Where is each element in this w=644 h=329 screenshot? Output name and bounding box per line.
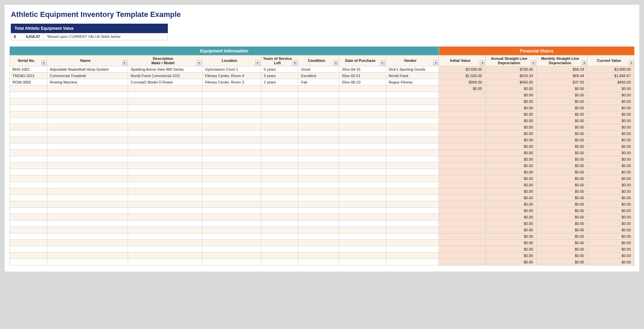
cell-desc[interactable] — [128, 86, 202, 92]
cell-cur[interactable]: $0.00 — [588, 124, 635, 131]
cell-init[interactable] — [439, 156, 486, 163]
column-header-date[interactable]: Date of Purchase — [339, 55, 386, 66]
cell-cond[interactable]: Good — [298, 66, 339, 73]
cell-mon[interactable]: $0.00 — [537, 131, 588, 137]
cell-date[interactable] — [339, 124, 386, 131]
cell-vendor[interactable] — [386, 246, 439, 253]
filter-dropdown-icon[interactable] — [480, 61, 485, 65]
cell-ann[interactable]: $0.00 — [486, 246, 537, 253]
cell-cond[interactable] — [298, 111, 339, 118]
cell-ann[interactable]: $0.00 — [486, 208, 537, 214]
table-row[interactable]: $0.00$0.00$0.00 — [10, 214, 635, 220]
cell-ann[interactable]: $0.00 — [486, 163, 537, 169]
cell-vendor[interactable] — [386, 201, 439, 208]
column-header-mon[interactable]: Monthly Straight Line Depreciation — [537, 55, 588, 66]
cell-loc[interactable] — [202, 253, 261, 259]
table-row[interactable]: $0.00$0.00$0.00 — [10, 259, 635, 265]
cell-mon[interactable]: $0.00 — [537, 150, 588, 156]
cell-cond[interactable] — [298, 246, 339, 253]
cell-vendor[interactable] — [386, 195, 439, 201]
cell-cur[interactable]: $0.00 — [588, 182, 635, 188]
table-row[interactable]: $0.00$0.00$0.00 — [10, 240, 635, 246]
cell-years[interactable] — [261, 150, 298, 156]
table-row[interactable]: $0.00$0.00$0.00 — [10, 156, 635, 163]
cell-serial[interactable] — [10, 253, 47, 259]
cell-serial[interactable]: ROW-3005 — [10, 79, 47, 86]
cell-init[interactable] — [439, 150, 486, 156]
table-row[interactable]: $0.00$0.00$0.00 — [10, 201, 635, 208]
cell-cur[interactable]: $0.00 — [588, 169, 635, 175]
cell-cur[interactable]: $0.00 — [588, 150, 635, 156]
cell-date[interactable]: 20xx-04-15 — [339, 66, 386, 73]
cell-serial[interactable] — [10, 86, 47, 92]
cell-serial[interactable] — [10, 143, 47, 150]
table-row[interactable]: $0.00$0.00$0.00 — [10, 163, 635, 169]
cell-cur[interactable]: $450.00 — [588, 79, 635, 86]
cell-vendor[interactable] — [386, 188, 439, 195]
filter-dropdown-icon[interactable] — [333, 61, 338, 65]
cell-vendor[interactable] — [386, 169, 439, 175]
cell-mon[interactable]: $0.00 — [537, 253, 588, 259]
cell-date[interactable] — [339, 92, 386, 98]
cell-vendor[interactable] — [386, 214, 439, 220]
cell-date[interactable] — [339, 208, 386, 214]
cell-cur[interactable]: $0.00 — [588, 105, 635, 111]
cell-name[interactable] — [47, 156, 128, 163]
cell-ann[interactable]: $0.00 — [486, 98, 537, 105]
cell-cond[interactable] — [298, 240, 339, 246]
table-row[interactable]: BHS-1001Adjustable Basketball Hoop Syste… — [10, 66, 635, 73]
table-row[interactable]: TREAD-2021Commercial TreadmillNordicTrac… — [10, 73, 635, 79]
cell-name[interactable] — [47, 240, 128, 246]
cell-loc[interactable] — [202, 111, 261, 118]
cell-init[interactable] — [439, 188, 486, 195]
cell-init[interactable] — [439, 98, 486, 105]
cell-ann[interactable]: $0.00 — [486, 182, 537, 188]
cell-name[interactable]: Rowing Machine — [47, 79, 128, 86]
cell-mon[interactable]: $0.00 — [537, 182, 588, 188]
cell-cur[interactable]: $0.00 — [588, 98, 635, 105]
cell-years[interactable] — [261, 156, 298, 163]
cell-loc[interactable] — [202, 175, 261, 182]
cell-name[interactable] — [47, 150, 128, 156]
cell-init[interactable] — [439, 195, 486, 201]
cell-cond[interactable] — [298, 188, 339, 195]
cell-ann[interactable]: $0.00 — [486, 188, 537, 195]
cell-vendor[interactable] — [386, 118, 439, 124]
cell-loc[interactable] — [202, 195, 261, 201]
cell-serial[interactable] — [10, 98, 47, 105]
cell-years[interactable]: 3 years — [261, 73, 298, 79]
cell-desc[interactable] — [128, 240, 202, 246]
cell-init[interactable] — [439, 124, 486, 131]
cell-loc[interactable] — [202, 124, 261, 131]
cell-ann[interactable]: $0.00 — [486, 195, 537, 201]
cell-loc[interactable] — [202, 208, 261, 214]
cell-mon[interactable]: $0.00 — [537, 163, 588, 169]
cell-loc[interactable] — [202, 233, 261, 240]
filter-dropdown-icon[interactable] — [582, 61, 587, 65]
table-row[interactable]: $0.00$0.00$0.00 — [10, 246, 635, 253]
cell-init[interactable] — [439, 220, 486, 227]
cell-ann[interactable]: $450.00 — [486, 79, 537, 86]
cell-loc[interactable] — [202, 150, 261, 156]
cell-init[interactable] — [439, 137, 486, 143]
cell-date[interactable] — [339, 86, 386, 92]
cell-vendor[interactable] — [386, 156, 439, 163]
cell-name[interactable] — [47, 195, 128, 201]
cell-cur[interactable]: $0.00 — [588, 188, 635, 195]
cell-desc[interactable] — [128, 131, 202, 137]
cell-date[interactable]: 20xx-06-10 — [339, 79, 386, 86]
cell-loc[interactable] — [202, 188, 261, 195]
cell-serial[interactable] — [10, 227, 47, 233]
cell-mon[interactable]: $0.00 — [537, 246, 588, 253]
cell-years[interactable]: 5 years — [261, 66, 298, 73]
cell-serial[interactable] — [10, 105, 47, 111]
cell-serial[interactable] — [10, 118, 47, 124]
cell-ann[interactable]: $0.00 — [486, 201, 537, 208]
cell-serial[interactable] — [10, 259, 47, 265]
table-row[interactable]: $0.00$0.00$0.00 — [10, 92, 635, 98]
table-row[interactable]: $0.00$0.00$0.00$0.00 — [10, 86, 635, 92]
cell-name[interactable] — [47, 86, 128, 92]
cell-years[interactable] — [261, 188, 298, 195]
cell-cur[interactable]: $0.00 — [588, 220, 635, 227]
cell-cond[interactable] — [298, 175, 339, 182]
